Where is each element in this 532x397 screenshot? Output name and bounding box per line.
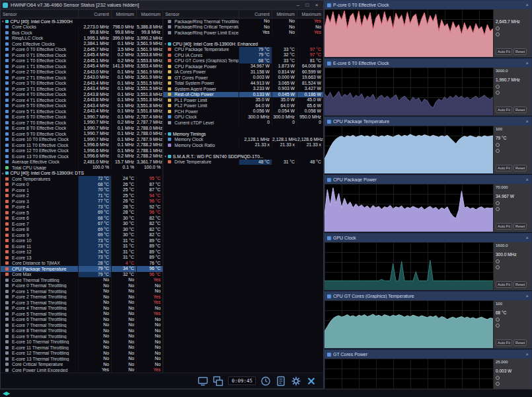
- sensor-row[interactable]: E-core 1173 °C31 °C89 °C: [1, 243, 163, 249]
- close-sensors-icon[interactable]: [306, 376, 317, 386]
- sensor-row[interactable]: P-core 068 °C26 °C87 °C: [1, 182, 163, 188]
- sensor-row[interactable]: E-core 7 Thermal ThrottlingNoNoNo: [1, 322, 163, 328]
- sensor-row[interactable]: E-core 8 T0 Effective Clock1,990.7 MHz0.…: [1, 126, 163, 132]
- graph-scale-radio[interactable]: [496, 91, 500, 95]
- graph-scale-radio[interactable]: [496, 318, 500, 322]
- graph-titlebar[interactable]: CPU Package Temperature ×: [324, 117, 531, 126]
- sensor-row[interactable]: CPU Package Power34.967 W1.873 W64.008 W: [163, 64, 323, 69]
- graph-autofit-button[interactable]: Auto Fit: [496, 281, 512, 288]
- sensor-row[interactable]: Core Temperatures72 °C24 °C95 °C: [1, 176, 163, 182]
- column-header-current[interactable]: Current: [239, 10, 272, 18]
- sensor-row[interactable]: Core Power Limit ExceededYesNoYes: [1, 367, 163, 373]
- settings-gear-icon[interactable]: [291, 376, 301, 386]
- sensor-row[interactable]: CPU GT Cores (Graphics) Temperature68 °C…: [163, 58, 323, 64]
- sensor-row[interactable]: P-core 5 T0 Effective Clock2,643.4 MHz0.…: [1, 103, 163, 109]
- maximize-button[interactable]: □: [303, 1, 312, 9]
- graph-titlebar[interactable]: P-core 0 T0 Effective Clock ×: [324, 1, 531, 9]
- column-header-current[interactable]: Current: [78, 10, 111, 18]
- sensor-row[interactable]: E-core 9 Thermal ThrottlingNoNoNo: [1, 333, 163, 339]
- sensor-row[interactable]: P-core 5 Thermal ThrottlingNoNoYes: [1, 311, 163, 317]
- graph-close-icon[interactable]: ×: [525, 292, 529, 300]
- sensor-row[interactable]: CPU IA Cores79 °C32 °C97 °C: [163, 52, 323, 58]
- sensor-row[interactable]: E-core 668 °C30 °C82 °C: [1, 216, 163, 222]
- graph-titlebar[interactable]: GPU Clock ×: [324, 234, 531, 242]
- sensor-row[interactable]: P-core 3 T0 Effective Clock2,643.4 MHz0.…: [1, 81, 163, 87]
- graph-titlebar[interactable]: CPU Package Power ×: [324, 175, 531, 184]
- sensor-row[interactable]: P-core 1 T0 Effective Clock2,645.1 MHz0.…: [1, 58, 163, 64]
- sensor-row[interactable]: Core Thermal ThrottlingNoNoYes: [1, 277, 163, 283]
- column-header-minimum[interactable]: Minimum: [272, 10, 297, 18]
- sensor-row[interactable]: E-core 13 Thermal ThrottlingNoNoNo: [1, 356, 163, 362]
- sensor-row[interactable]: P-core 473 °C28 °C92 °C: [1, 204, 163, 210]
- sensor-row[interactable]: P-core 0 Thermal ThrottlingNoNoNo: [1, 283, 163, 289]
- sensor-row[interactable]: P-core 1 T1 Effective Clock2,645.4 MHz14…: [1, 64, 163, 69]
- sensor-row[interactable]: IA Cores Power31.158 W0.814 W60.599 W: [163, 69, 323, 75]
- sensor-display-icon[interactable]: [198, 376, 208, 386]
- minimize-button[interactable]: –: [293, 1, 303, 9]
- sensor-row[interactable]: E-core 869 °C30 °C82 °C: [1, 227, 163, 233]
- column-header-maximum[interactable]: Maximum: [136, 10, 163, 18]
- sensor-row[interactable]: E-core 11 T0 Effective Clock1,996.6 MHz0…: [1, 142, 163, 148]
- sensor-row[interactable]: Total CPU Usage100.0 %0.1 %100.0 %: [1, 165, 163, 171]
- collapse-icon[interactable]: ▾: [2, 171, 4, 175]
- sensor-row[interactable]: P-core 4 Thermal ThrottlingNoNoNo: [1, 306, 163, 312]
- sensor-row[interactable]: Core Clocks2,273.0 MHz798.0 MHz5,386.8 M…: [1, 24, 163, 30]
- layout-windows-icon[interactable]: [213, 376, 223, 386]
- sensor-row[interactable]: Core Distance to TjMAX28 °C4 °C76 °C: [1, 261, 163, 267]
- sensor-row[interactable]: P-core 377 °C26 °C96 °C: [1, 198, 163, 204]
- sensor-row[interactable]: Memory Clock Ratio21.33 x21.33 x21.33 x: [163, 142, 323, 148]
- graph-close-icon[interactable]: ×: [525, 234, 529, 242]
- sensor-row[interactable]: Package/Ring Critical TemperatureNoNoNo: [163, 24, 323, 30]
- sensor-row[interactable]: PL2 Power Limit64.0 W64.0 W65.6 W: [163, 103, 323, 109]
- section-header-row[interactable]: ▾CPU [#0]: Intel Core i9-13900H: [1, 19, 163, 24]
- sensor-row[interactable]: System Agent Power3.233 W0.903 W3.427 W: [163, 86, 323, 92]
- column-header-sensor[interactable]: Sensor: [163, 12, 239, 17]
- graph-close-icon[interactable]: ×: [525, 351, 529, 359]
- graph-autofit-button[interactable]: Auto Fit: [496, 165, 512, 171]
- sensor-row[interactable]: E-core 11 Thermal ThrottlingNoNoNo: [1, 345, 163, 351]
- sensor-row[interactable]: Ring/LLC Clock1,995.1 MHz399.0 MHz3,990.…: [1, 36, 163, 42]
- sensor-row[interactable]: E-core 1274 °C31 °C89 °C: [1, 249, 163, 255]
- sensor-row[interactable]: E-core 9 T0 Effective Clock1,990.7 MHz0.…: [1, 131, 163, 137]
- graph-scale-radio[interactable]: [496, 382, 500, 386]
- sensor-row[interactable]: P-core 2 T0 Effective Clock2,643.0 MHz0.…: [1, 69, 163, 75]
- column-header-minimum[interactable]: Minimum: [111, 10, 136, 18]
- sensor-row[interactable]: P-core 0 T0 Effective Clock2,645.7 MHz3.…: [1, 47, 163, 53]
- section-header-row[interactable]: ▾S.M.A.R.T.: WD PC SN740 SDDPNQD-1T0...: [163, 154, 323, 159]
- sensor-row[interactable]: E-core 969 °C30 °C82 °C: [1, 232, 163, 238]
- sensor-row[interactable]: E-core 8 Thermal ThrottlingNoNoNo: [1, 328, 163, 334]
- section-header-row[interactable]: ▾CPU [#0]: Intel Core i9-13900H: DTS: [1, 171, 163, 177]
- sensor-row[interactable]: Drive Temperature48 °C31 °C48 °C: [163, 159, 323, 165]
- sensor-row[interactable]: E-core 1073 °C31 °C89 °C: [1, 238, 163, 244]
- sensor-row[interactable]: E-core 10 T0 Effective Clock1,990.7 MHz0…: [1, 137, 163, 143]
- sensor-row[interactable]: P-core 3 Thermal ThrottlingNoNoYes: [1, 300, 163, 306]
- sensor-row[interactable]: P-core 2 T1 Effective Clock2,643.0 MHz0.…: [1, 75, 163, 81]
- hwinfo-taskbar-icon[interactable]: ◀▶: [3, 390, 9, 397]
- sensor-row[interactable]: P-core 271 °C25 °C94 °C: [1, 193, 163, 199]
- graph-reset-button[interactable]: Reset: [513, 48, 527, 55]
- section-header-row[interactable]: ▾CPU [#0]: Intel Core i9-13900H: Enhance…: [163, 41, 323, 47]
- graph-close-icon[interactable]: ×: [525, 118, 529, 126]
- graph-reset-button[interactable]: Reset: [513, 165, 527, 171]
- graph-close-icon[interactable]: ×: [525, 60, 529, 67]
- column-header-sensor[interactable]: Sensor: [1, 12, 78, 17]
- graph-scale-radio[interactable]: [496, 265, 500, 269]
- sensor-row[interactable]: E-core 6 T0 Effective Clock1,990.7 MHz0.…: [1, 114, 163, 120]
- sensor-row[interactable]: E-core 1373 °C31 °C89 °C: [1, 255, 163, 261]
- graph-titlebar[interactable]: CPU GT Cores (Graphics) Temperature ×: [324, 292, 531, 300]
- graph-autofit-button[interactable]: Auto Fit: [496, 48, 512, 55]
- sensor-row[interactable]: Current cTDP Level000: [163, 120, 323, 126]
- collapse-icon[interactable]: ▾: [165, 154, 167, 158]
- graph-scale-radio[interactable]: [496, 85, 500, 89]
- graph-autofit-button[interactable]: Auto Fit: [496, 223, 512, 230]
- graph-scale-radio[interactable]: [496, 201, 500, 205]
- graph-scale-radio[interactable]: [496, 143, 500, 147]
- clock-icon[interactable]: [260, 376, 271, 386]
- sensor-row[interactable]: PL1 Power Limit35.0 W35.0 W45.0 W: [163, 97, 323, 103]
- graph-scale-radio[interactable]: [496, 324, 500, 328]
- graph-titlebar[interactable]: E-core 6 T0 Effective Clock ×: [324, 59, 531, 67]
- graph-autofit-button[interactable]: Auto Fit: [496, 107, 512, 113]
- window-titlebar[interactable]: HWiNFO64 v7.36-4960 Sensor Status [232 v…: [1, 1, 323, 10]
- sensor-row[interactable]: E-core 7 T0 Effective Clock1,990.7 MHz0.…: [1, 120, 163, 126]
- sensor-row[interactable]: Memory Clock2,128.1 MHz2,128.1 MHz2,128.…: [163, 137, 323, 143]
